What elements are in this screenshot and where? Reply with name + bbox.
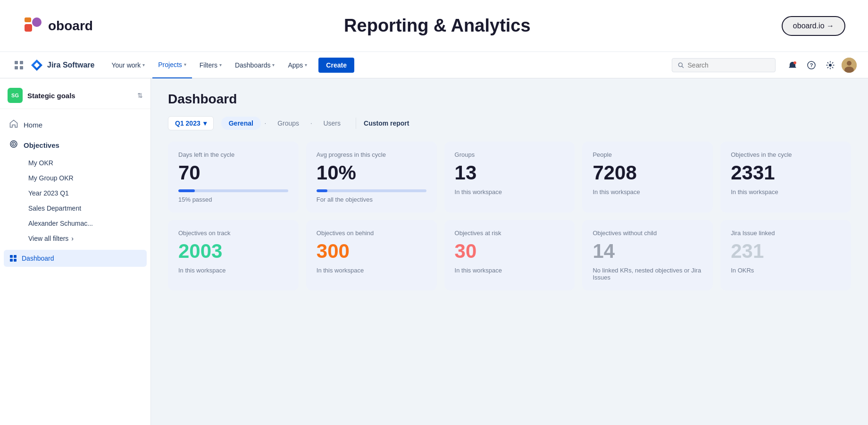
tabs-row: Q1 2023 ▾ Gerenal · Groups · Users Custo… xyxy=(168,116,851,130)
sidebar-sub-sales[interactable]: Sales Department xyxy=(23,201,147,216)
stat-value-groups: 13 xyxy=(455,162,565,184)
svg-rect-2 xyxy=(25,17,31,22)
stat-sub-on-behind: In this workspace xyxy=(317,267,426,274)
oboard-link-button[interactable]: oboard.io → xyxy=(782,16,845,36)
svg-point-1 xyxy=(32,17,42,27)
tab-dot-separator-2: · xyxy=(310,120,312,127)
progress-fill-avg xyxy=(317,189,327,192)
stat-sub-on-track: In this workspace xyxy=(178,267,288,274)
custom-report-button[interactable]: Custom report xyxy=(364,119,409,127)
stat-label-people: People xyxy=(593,151,702,158)
dashboard-title: Dashboard xyxy=(168,92,851,107)
objectives-label: Objectives xyxy=(24,141,59,149)
tab-groups[interactable]: Groups xyxy=(270,117,307,130)
nav-projects[interactable]: Projects ▾ xyxy=(152,52,192,78)
stat-value-at-risk: 30 xyxy=(455,240,565,262)
stat-label-at-risk: Objectives at risk xyxy=(455,230,565,237)
jira-software-label: Jira Software xyxy=(47,61,94,69)
search-box[interactable] xyxy=(672,58,776,72)
nav-your-work[interactable]: Your work ▾ xyxy=(106,52,150,78)
chevron-down-icon: ▾ xyxy=(305,62,307,68)
progress-fill-days xyxy=(178,189,195,192)
workspace-badge: SG xyxy=(8,88,23,103)
nav-filters[interactable]: Filters ▾ xyxy=(194,52,227,78)
grid-icon[interactable] xyxy=(11,58,26,73)
progress-bar-avg xyxy=(317,189,426,192)
stat-value-on-behind: 300 xyxy=(317,240,426,262)
stat-sub-days-left: 15% passed xyxy=(178,196,288,203)
sidebar-sub-my-okr[interactable]: My OKR xyxy=(23,155,147,170)
chevron-down-icon: ▾ xyxy=(203,119,207,127)
search-input[interactable] xyxy=(688,61,769,69)
chevron-down-icon: ▾ xyxy=(142,62,145,68)
content-area: Dashboard Q1 2023 ▾ Gerenal · Groups · U… xyxy=(151,78,868,425)
sidebar-sub-group-okr[interactable]: My Group OKR xyxy=(23,170,147,186)
objectives-icon xyxy=(9,140,18,151)
stat-card-days-left: Days left in the cycle 70 15% passed xyxy=(168,142,299,212)
stat-card-on-track: Objectives on track 2003 In this workspa… xyxy=(168,220,299,290)
svg-rect-4 xyxy=(20,61,23,64)
logo-area: oboard xyxy=(23,16,93,36)
home-label: Home xyxy=(24,121,42,129)
sidebar-item-objectives[interactable]: Objectives xyxy=(4,135,147,155)
stat-sub-jira-issue: In OKRs xyxy=(731,267,841,274)
stat-card-people: People 7208 In this workspace xyxy=(582,142,713,212)
stat-value-days-left: 70 xyxy=(178,162,288,184)
sidebar-item-dashboard[interactable]: Dashboard xyxy=(4,250,147,267)
sidebar-nav: Home Objectives My OKR My Group OKR Year… xyxy=(0,113,150,248)
svg-rect-3 xyxy=(15,61,18,64)
tab-general[interactable]: Gerenal xyxy=(221,117,261,130)
stat-label-jira-issue: Jira Issue linked xyxy=(731,230,841,237)
top-banner: oboard Reporting & Analytics oboard.io → xyxy=(0,0,868,52)
sidebar-view-all-filters[interactable]: View all filters › xyxy=(23,231,147,246)
stat-card-avg-progress: Avg progress in this cycle 10% For all t… xyxy=(306,142,437,212)
page-title: Reporting & Analytics xyxy=(344,16,531,36)
stats-row-2: Objectives on track 2003 In this workspa… xyxy=(168,220,851,290)
home-icon xyxy=(9,119,18,130)
stats-row-1: Days left in the cycle 70 15% passed Avg… xyxy=(168,142,851,212)
stat-value-avg-progress: 10% xyxy=(317,162,426,184)
avatar[interactable] xyxy=(842,58,857,73)
sidebar-sub-year-2023[interactable]: Year 2023 Q1 xyxy=(23,186,147,201)
stat-card-jira-issue: Jira Issue linked 231 In OKRs xyxy=(720,220,851,290)
svg-rect-20 xyxy=(14,255,17,258)
workspace-left: SG Stategic goals xyxy=(8,88,75,103)
stat-value-without-child: 14 xyxy=(593,240,702,262)
logo-text: oboard xyxy=(48,18,93,34)
chevron-down-icon: ▾ xyxy=(219,62,222,68)
notification-icon[interactable] xyxy=(785,58,800,73)
svg-point-12 xyxy=(829,64,832,67)
stat-sub-groups: In this workspace xyxy=(455,188,565,196)
sidebar-sub-items: My OKR My Group OKR Year 2023 Q1 Sales D… xyxy=(4,155,147,246)
stat-sub-objectives-cycle: In this workspace xyxy=(731,188,841,196)
jira-logo-area: Jira Software xyxy=(30,59,94,72)
svg-point-9 xyxy=(793,61,796,64)
stat-label-days-left: Days left in the cycle xyxy=(178,151,288,158)
nav-apps[interactable]: Apps ▾ xyxy=(282,52,313,78)
create-button[interactable]: Create xyxy=(318,58,354,73)
workspace-selector[interactable]: SG Stategic goals ⇅ xyxy=(0,82,150,109)
chevron-down-icon: ▾ xyxy=(272,62,275,68)
stat-value-jira-issue: 231 xyxy=(731,240,841,262)
workspace-toggle-icon[interactable]: ⇅ xyxy=(137,92,143,99)
svg-text:?: ? xyxy=(810,62,813,68)
chevron-down-icon: ▾ xyxy=(184,62,186,67)
dashboard-icon xyxy=(9,255,17,262)
help-icon[interactable]: ? xyxy=(804,58,819,73)
svg-rect-21 xyxy=(10,259,13,262)
search-icon xyxy=(678,62,684,68)
sidebar-item-home[interactable]: Home xyxy=(4,115,147,135)
sidebar-sub-alexander[interactable]: Alexander Schumac... xyxy=(23,216,147,231)
settings-icon[interactable] xyxy=(823,58,838,73)
stat-label-without-child: Objectives without child xyxy=(593,230,702,237)
tab-users[interactable]: Users xyxy=(316,117,348,130)
jira-navbar: Jira Software Your work ▾ Projects ▾ Fil… xyxy=(0,52,868,78)
svg-point-18 xyxy=(13,144,15,145)
cycle-selector[interactable]: Q1 2023 ▾ xyxy=(168,116,214,130)
stat-label-on-behind: Objectives on behind xyxy=(317,230,426,237)
stat-sub-avg-progress: For all the objectives xyxy=(317,196,426,203)
jira-diamond-icon xyxy=(30,59,43,72)
stat-card-without-child: Objectives without child 14 No linked KR… xyxy=(582,220,713,290)
nav-dashboards[interactable]: Dashboards ▾ xyxy=(229,52,281,78)
stat-card-groups: Groups 13 In this workspace xyxy=(444,142,575,212)
